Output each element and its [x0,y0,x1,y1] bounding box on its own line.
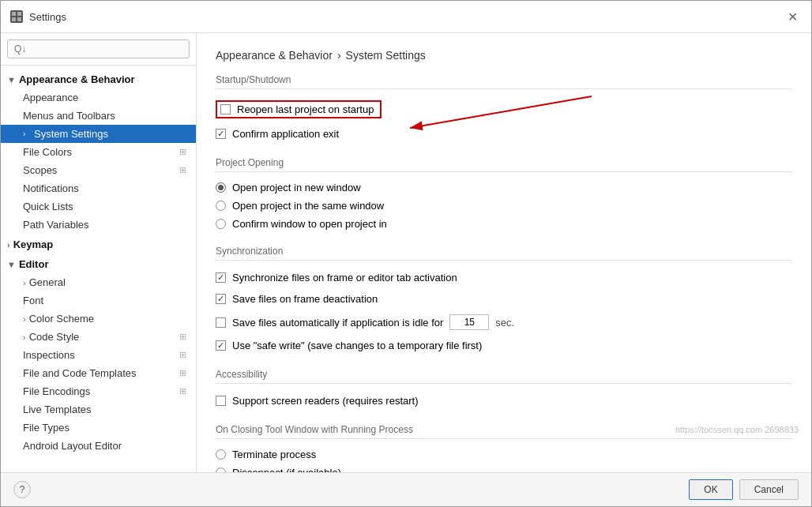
synchronization-section: Synchronization Synchronize files on fra… [216,246,792,353]
sidebar-item-color-scheme[interactable]: › Color Scheme [1,310,196,328]
screen-readers-checkbox[interactable] [216,396,226,406]
sidebar-item-file-colors[interactable]: File Colors ⊞ [1,143,196,161]
content-wrapper: ▼ Appearance & Behavior Appearance Menus… [1,33,811,472]
sidebar-item-general[interactable]: › General [1,273,196,291]
idle-time-input[interactable] [449,314,489,330]
reopen-project-checkbox[interactable] [220,104,231,115]
open-same-window-option[interactable]: Open project in the same window [216,200,792,212]
open-new-window-radio[interactable] [216,182,226,193]
item-label: Live Templates [23,404,91,415]
disconnect-radio[interactable] [216,468,226,472]
disconnect-label: Disconnect (if available) [232,467,341,472]
breadcrumb-separator: › [337,49,341,62]
open-same-window-label: Open project in the same window [232,200,384,212]
item-label: Scopes [23,164,57,176]
sidebar-item-notifications[interactable]: Notifications [1,179,196,197]
cancel-button[interactable]: Cancel [739,479,799,500]
screen-readers-label: Support screen readers (requires restart… [232,395,419,407]
settings-window: Settings ✕ ▼ Appearance & Behavior Appea… [0,0,812,507]
badge-icon: ⊞ [179,147,186,157]
item-label: Inspections [23,349,75,361]
svg-rect-0 [12,12,16,16]
group-label: Keymap [13,238,54,250]
sidebar-item-file-types[interactable]: File Types [1,419,196,437]
item-label: Notifications [23,182,79,194]
search-input[interactable] [7,39,190,58]
sync-files-label: Synchronize files on frame or editor tab… [232,272,457,284]
item-label: Path Variables [23,219,89,231]
save-automatically-checkbox[interactable] [216,317,226,328]
expand-icon: › [23,278,26,287]
terminate-process-label: Terminate process [232,449,316,460]
sidebar-group-appearance-behavior[interactable]: ▼ Appearance & Behavior [1,69,196,88]
help-button[interactable]: ? [13,481,31,498]
sidebar-item-path-variables[interactable]: Path Variables [1,216,196,234]
group-label: Appearance & Behavior [19,73,135,85]
item-label: File Types [23,422,70,434]
item-label: General [29,276,66,288]
synchronization-title: Synchronization [216,246,792,261]
breadcrumb: Appearance & Behavior › System Settings [216,49,792,62]
title-bar-left: Settings [10,10,66,23]
accessibility-title: Accessibility [216,369,792,384]
main-content: Appearance & Behavior › System Settings … [197,33,811,472]
save-on-deactivation-label: Save files on frame deactivation [232,293,378,305]
sidebar-item-live-templates[interactable]: Live Templates [1,400,196,419]
sidebar-item-quick-lists[interactable]: Quick Lists [1,197,196,216]
terminate-process-radio[interactable] [216,449,226,460]
window-title: Settings [29,11,66,23]
title-bar: Settings ✕ [1,1,811,33]
confirm-exit-checkbox[interactable] [216,129,226,139]
badge-icon: ⊞ [179,350,186,360]
close-button[interactable]: ✕ [783,7,802,26]
group-label: Editor [19,258,49,270]
safe-write-checkbox[interactable] [216,340,226,351]
reopen-project-option: Reopen last project on startup [216,99,792,120]
open-new-window-option[interactable]: Open project in new window [216,182,792,193]
startup-section: Startup/Shutdown Reopen last project on … [216,74,792,141]
expand-icon: › [23,314,26,324]
sidebar-item-code-style[interactable]: › Code Style ⊞ [1,328,196,346]
ok-button[interactable]: OK [689,479,732,500]
sync-files-checkbox[interactable] [216,272,226,283]
chevron-right-icon: › [23,130,31,138]
accessibility-section: Accessibility Support screen readers (re… [216,369,792,408]
confirm-exit-label: Confirm application exit [232,128,339,140]
item-label: Menus and Toolbars [23,110,115,122]
bottom-bar: ? OK Cancel [1,472,811,506]
sidebar-item-appearance[interactable]: Appearance [1,88,196,107]
item-label: File Colors [23,146,72,158]
sidebar-item-android-layout-editor[interactable]: Android Layout Editor [1,437,196,455]
sidebar-item-font[interactable]: Font [1,291,196,310]
open-same-window-radio[interactable] [216,201,226,211]
sec-label: sec. [495,317,514,329]
save-on-deactivation-checkbox[interactable] [216,294,226,304]
sidebar-item-file-encodings[interactable]: File Encodings ⊞ [1,382,196,400]
item-label: File Encodings [23,385,90,397]
search-box [1,33,196,66]
terminate-process-option[interactable]: Terminate process [216,449,792,460]
confirm-window-radio[interactable] [216,219,226,229]
confirm-window-option[interactable]: Confirm window to open project in [216,218,792,230]
sidebar-item-scopes[interactable]: Scopes ⊞ [1,161,196,179]
project-opening-section: Project Opening Open project in new wind… [216,157,792,230]
item-label: System Settings [34,128,108,140]
disconnect-option[interactable]: Disconnect (if available) [216,467,792,472]
open-new-window-label: Open project in new window [232,182,361,193]
save-automatically-label: Save files automatically if application … [232,317,443,329]
item-label: Code Style [29,331,80,343]
sidebar-item-inspections[interactable]: Inspections ⊞ [1,346,196,364]
sidebar-group-editor[interactable]: ▼ Editor [1,254,196,273]
expand-icon: ▼ [7,260,16,269]
svg-rect-1 [17,12,21,16]
badge-icon: ⊞ [179,165,186,175]
sync-files-option: Synchronize files on frame or editor tab… [216,270,792,285]
sidebar-item-system-settings[interactable]: › System Settings [1,125,196,143]
expand-icon: › [7,240,10,250]
svg-rect-2 [12,17,16,21]
sidebar-group-keymap[interactable]: › Keymap [1,234,196,254]
expand-icon: › [23,332,26,342]
sidebar-item-file-code-templates[interactable]: File and Code Templates ⊞ [1,364,196,382]
safe-write-option: Use "safe write" (save changes to a temp… [216,338,792,353]
sidebar-item-menus-toolbars[interactable]: Menus and Toolbars [1,107,196,125]
